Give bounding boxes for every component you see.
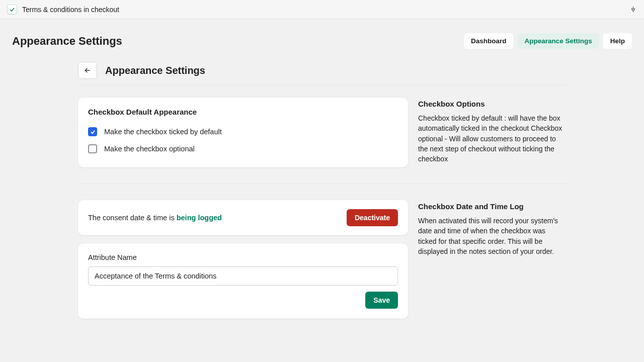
save-button[interactable]: Save xyxy=(365,292,398,309)
option-optional[interactable]: Make the checkbox optional xyxy=(88,140,398,157)
side2-title: Checkbox Date and Time Log xyxy=(418,202,563,211)
pin-icon[interactable] xyxy=(628,5,638,15)
attribute-name-card: Attribute Name Save xyxy=(78,243,408,319)
checkbox-card-title: Checkbox Default Appearance xyxy=(88,108,398,116)
side2-body: When activated this will record your sys… xyxy=(418,216,563,256)
page-heading: Appearance Settings xyxy=(78,59,566,85)
side-date-time-log: Checkbox Date and Time Log When activate… xyxy=(417,200,566,256)
side-checkbox-options: Checkbox Options Checkbox ticked by defa… xyxy=(417,98,566,164)
option-optional-label: Make the checkbox optional xyxy=(104,145,195,153)
side1-title: Checkbox Options xyxy=(418,100,563,108)
app-icon xyxy=(7,5,17,15)
attribute-name-label: Attribute Name xyxy=(88,253,398,261)
consent-status: being logged xyxy=(177,214,222,222)
topbar: Terms & conditions in checkout xyxy=(0,0,644,19)
consent-log-card: The consent date & time is being logged … xyxy=(78,200,408,235)
app-name: Terms & conditions in checkout xyxy=(22,6,119,14)
page-header: Appearance Settings Dashboard Appearance… xyxy=(0,19,644,59)
tab-appearance[interactable]: Appearance Settings xyxy=(517,33,599,49)
deactivate-button[interactable]: Deactivate xyxy=(347,209,398,226)
checkbox-ticked-default[interactable] xyxy=(88,127,97,136)
tab-dashboard[interactable]: Dashboard xyxy=(464,33,514,49)
option-ticked-default[interactable]: Make the checkbox ticked by default xyxy=(88,123,398,140)
tabs: Dashboard Appearance Settings Help xyxy=(464,33,632,49)
consent-status-text: The consent date & time is being logged xyxy=(88,214,222,222)
option-ticked-default-label: Make the checkbox ticked by default xyxy=(104,128,222,136)
divider xyxy=(78,184,566,184)
attribute-name-input[interactable] xyxy=(88,266,398,286)
checkbox-optional[interactable] xyxy=(88,144,97,153)
page-title: Appearance Settings xyxy=(12,35,122,48)
checkbox-appearance-card: Checkbox Default Appearance Make the che… xyxy=(78,98,408,167)
page-subtitle: Appearance Settings xyxy=(105,65,205,76)
tab-help[interactable]: Help xyxy=(603,33,632,49)
side1-body: Checkbox ticked by default : will have t… xyxy=(418,113,563,164)
back-button[interactable] xyxy=(78,62,97,79)
